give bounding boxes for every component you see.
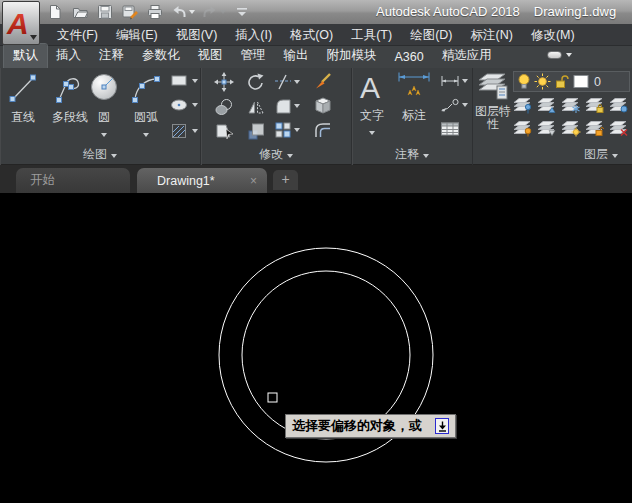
trim-flyout-caret[interactable] <box>294 80 300 84</box>
erase-brush-icon <box>313 71 333 91</box>
dimension-label: 标注 <box>392 107 436 124</box>
menu-item-edit[interactable]: 编辑(E) <box>107 24 167 46</box>
draw-panel-footer[interactable]: 绘图 <box>0 146 200 163</box>
hatch-flyout-caret[interactable] <box>192 129 198 133</box>
move-button[interactable] <box>214 72 234 92</box>
modify-panel-footer[interactable]: 修改 <box>201 146 351 163</box>
layer-match-button[interactable] <box>537 120 557 137</box>
ribbon-tab-a360[interactable]: A360 <box>386 47 433 68</box>
layer-properties-button[interactable]: 图层特性 <box>474 71 512 131</box>
fillet-flyout-caret[interactable] <box>294 104 300 108</box>
new-file-button[interactable] <box>46 3 64 21</box>
save-button[interactable] <box>96 3 114 21</box>
app-menu-button[interactable]: A <box>2 1 40 45</box>
layer-color-swatch[interactable] <box>573 75 589 88</box>
fillet-button[interactable] <box>274 97 300 115</box>
drawing-svg <box>0 193 632 503</box>
redo-flyout-caret[interactable] <box>220 10 226 14</box>
rotate-button[interactable] <box>246 72 266 92</box>
sun-icon[interactable] <box>534 73 551 90</box>
layer-off-button[interactable] <box>513 120 533 137</box>
open-file-button[interactable] <box>71 3 89 21</box>
line-button[interactable]: 直线 <box>3 71 43 126</box>
layer-thaw-button[interactable] <box>561 120 581 137</box>
menu-item-file[interactable]: 文件(F) <box>48 24 107 46</box>
circle-button[interactable]: 圆 <box>86 71 122 140</box>
ribbon-tab-addins[interactable]: 附加模块 <box>318 44 386 68</box>
ribbon-tab-insert[interactable]: 插入 <box>47 44 90 68</box>
menu-item-tools[interactable]: 工具(T) <box>342 24 401 46</box>
bulb-on-icon[interactable] <box>517 73 531 90</box>
stretch-button[interactable] <box>214 121 234 141</box>
array-flyout-caret[interactable] <box>294 128 300 132</box>
layer-make-current-button[interactable] <box>609 97 629 114</box>
ribbon-minimize-button[interactable] <box>547 51 572 59</box>
erase-button[interactable] <box>313 71 333 91</box>
leader-button[interactable] <box>440 98 468 112</box>
ribbon-tab-manage[interactable]: 管理 <box>232 44 275 68</box>
layer-isolate-button[interactable] <box>513 97 533 114</box>
circle-flyout-caret[interactable] <box>101 133 107 137</box>
drawing-canvas[interactable]: 选择要偏移的对象，或 <box>0 193 632 503</box>
menu-item-format[interactable]: 格式(O) <box>281 24 342 46</box>
ribbon-tab-featured-apps[interactable]: 精选应用 <box>433 44 501 68</box>
ribbon-tab-annotate[interactable]: 注释 <box>90 44 133 68</box>
unlock-icon[interactable] <box>554 74 570 90</box>
trim-button[interactable] <box>274 74 300 90</box>
layer-lock-button[interactable] <box>585 97 605 114</box>
rectangle-button[interactable] <box>170 74 198 88</box>
window-title-bar: Autodesk AutoCAD 2018Drawing1.dwg <box>0 0 632 24</box>
redo-button[interactable] <box>202 5 226 19</box>
file-tab-close-icon[interactable]: × <box>250 174 257 188</box>
window-title: Autodesk AutoCAD 2018Drawing1.dwg <box>376 4 616 19</box>
ribbon-tab-output[interactable]: 输出 <box>275 44 318 68</box>
annotate-panel-footer[interactable]: 注释 <box>352 146 472 163</box>
file-tab-start[interactable]: 开始 <box>16 168 130 193</box>
layer-lock-icon <box>585 97 605 114</box>
dimension-button[interactable]: 标注 <box>392 71 436 124</box>
ellipse-button[interactable] <box>170 98 198 112</box>
menu-item-dimension[interactable]: 标注(N) <box>462 24 522 46</box>
hatch-button[interactable] <box>170 122 198 140</box>
save-as-button[interactable] <box>121 3 139 21</box>
arc-flyout-caret[interactable] <box>143 133 149 137</box>
explode-button[interactable] <box>313 96 333 116</box>
ribbon-tab-home[interactable]: 默认 <box>4 44 47 68</box>
ribbon-tab-parametric[interactable]: 参数化 <box>133 44 189 68</box>
menu-item-modify[interactable]: 修改(M) <box>522 24 584 46</box>
undo-button[interactable] <box>171 5 195 19</box>
plot-button[interactable] <box>146 3 164 21</box>
line-icon <box>6 71 40 105</box>
rectangle-flyout-caret[interactable] <box>192 79 198 83</box>
layer-unlock-button[interactable] <box>585 120 605 137</box>
layer-copy-to-layer-button[interactable] <box>537 97 557 114</box>
new-drawing-tab-button[interactable]: + <box>273 170 298 190</box>
layer-freeze-button[interactable] <box>561 97 581 114</box>
mirror-button[interactable] <box>246 97 266 117</box>
menu-item-draw[interactable]: 绘图(D) <box>401 24 461 46</box>
modify-panel-caret <box>287 154 293 158</box>
table-button[interactable] <box>440 121 460 137</box>
offset-button[interactable] <box>313 121 333 139</box>
menu-item-insert[interactable]: 插入(I) <box>226 24 281 46</box>
scale-button[interactable] <box>246 121 266 141</box>
customize-toolbar-button[interactable] <box>233 3 251 21</box>
prompt-options-button[interactable] <box>435 418 449 434</box>
copy-button[interactable] <box>214 97 234 117</box>
array-button[interactable] <box>274 121 300 139</box>
text-button[interactable]: A 文字 <box>354 71 390 138</box>
ribbon-tab-view[interactable]: 视图 <box>189 44 232 68</box>
layer-state-control[interactable]: 0 <box>513 71 630 92</box>
layer-unisolate-button[interactable] <box>609 120 629 137</box>
arc-button[interactable]: 圆弧 <box>126 71 166 140</box>
file-tab-drawing1[interactable]: Drawing1* × <box>137 168 267 193</box>
leader-caret[interactable] <box>462 103 468 107</box>
linear-dimension-caret[interactable] <box>462 79 468 83</box>
menu-item-view[interactable]: 视图(V) <box>167 24 227 46</box>
ellipse-icon <box>170 98 190 112</box>
undo-flyout-caret[interactable] <box>189 10 195 14</box>
linear-dimension-button[interactable] <box>440 74 468 88</box>
layer-panel-footer[interactable]: 图层 <box>473 146 632 163</box>
text-flyout-caret[interactable] <box>369 131 375 135</box>
ellipse-flyout-caret[interactable] <box>192 103 198 107</box>
